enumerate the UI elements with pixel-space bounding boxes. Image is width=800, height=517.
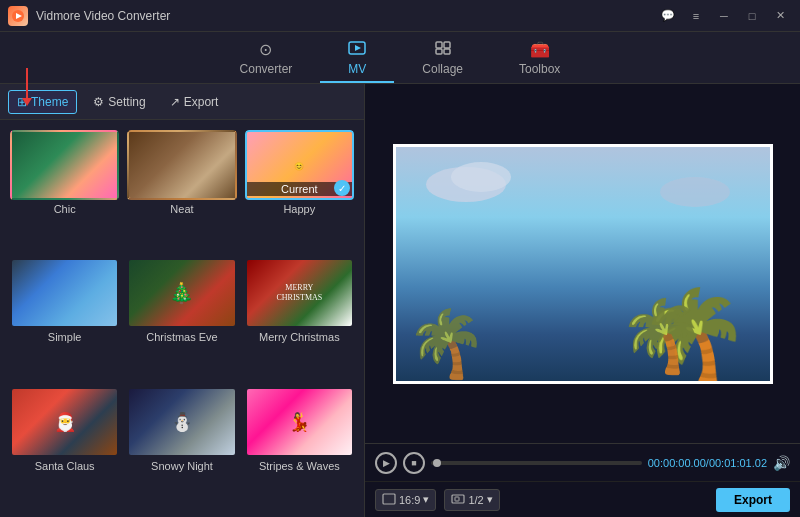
theme-item-chic[interactable]: Chic <box>10 130 119 250</box>
svg-rect-5 <box>444 42 450 48</box>
merry-christmas-text: MERRYCHRISTMAS <box>276 284 322 303</box>
theme-item-snowy-night[interactable]: ⛄ Snowy Night <box>127 387 236 507</box>
theme-label-stripes-waves: Stripes & Waves <box>259 460 340 472</box>
tab-converter-label: Converter <box>240 62 293 76</box>
close-button[interactable]: ✕ <box>768 7 792 25</box>
theme-item-stripes-waves[interactable]: 💃 Stripes & Waves <box>245 387 354 507</box>
player-bottom: 16:9 ▾ 1/2 ▾ Export <box>365 481 800 517</box>
video-content: 🌴 🌴 🌴 <box>396 147 770 381</box>
svg-rect-10 <box>455 497 459 501</box>
theme-label-chic: Chic <box>54 203 76 215</box>
theme-thumb-simple <box>10 258 119 328</box>
collage-icon <box>435 41 451 59</box>
left-panel: ⊞ Theme ⚙ Setting ↗ Export Chic <box>0 84 365 517</box>
resolution-icon <box>451 492 465 508</box>
resolution-value: 1/2 <box>468 494 483 506</box>
theme-label: Theme <box>31 95 68 109</box>
tab-converter[interactable]: ⊙ Converter <box>212 35 321 83</box>
svg-marker-3 <box>355 45 361 51</box>
volume-button[interactable]: 🔊 <box>773 455 790 471</box>
setting-label: Setting <box>108 95 145 109</box>
tab-collage[interactable]: Collage <box>394 35 491 83</box>
theme-item-happy[interactable]: 😊 Current ✓ Happy <box>245 130 354 250</box>
tab-mv[interactable]: MV <box>320 35 394 83</box>
window-controls: 💬 ≡ ─ □ ✕ <box>656 7 792 25</box>
mv-icon <box>348 41 366 59</box>
toolbox-icon: 🧰 <box>530 40 550 59</box>
theme-label-happy: Happy <box>283 203 315 215</box>
video-preview: 🌴 🌴 🌴 <box>365 84 800 443</box>
svg-rect-6 <box>436 49 442 54</box>
theme-thumb-christmas-eve: 🎄 <box>127 258 236 328</box>
player-controls: ▶ ■ 00:00:00.00/00:01:01.02 🔊 <box>365 443 800 481</box>
video-frame: 🌴 🌴 🌴 <box>393 144 773 384</box>
theme-thumb-stripes-waves: 💃 <box>245 387 354 457</box>
maximize-button[interactable]: □ <box>740 7 764 25</box>
tab-toolbox[interactable]: 🧰 Toolbox <box>491 35 588 83</box>
tab-mv-label: MV <box>348 62 366 76</box>
progress-bar[interactable] <box>431 461 642 465</box>
stop-button[interactable]: ■ <box>403 452 425 474</box>
theme-item-neat[interactable]: Neat <box>127 130 236 250</box>
theme-thumb-chic <box>10 130 119 200</box>
theme-thumb-snowy-night: ⛄ <box>127 387 236 457</box>
export-tab[interactable]: ↗ Export <box>162 91 227 113</box>
theme-label-neat: Neat <box>170 203 193 215</box>
nav-tabs: ⊙ Converter MV Collage 🧰 Toolbox <box>0 32 800 84</box>
theme-grid: Chic Neat 😊 Current ✓ Hap <box>0 120 364 517</box>
progress-thumb <box>433 459 441 467</box>
tab-collage-label: Collage <box>422 62 463 76</box>
time-display: 00:00:00.00/00:01:01.02 <box>648 457 767 469</box>
theme-label-snowy-night: Snowy Night <box>151 460 213 472</box>
theme-label-merry-christmas: Merry Christmas <box>259 331 340 343</box>
theme-item-simple[interactable]: Simple <box>10 258 119 378</box>
converter-icon: ⊙ <box>259 40 272 59</box>
theme-item-santa-claus[interactable]: 🎅 Santa Claus <box>10 387 119 507</box>
theme-thumb-neat <box>127 130 236 200</box>
svg-rect-4 <box>436 42 442 48</box>
setting-icon: ⚙ <box>93 95 104 109</box>
export-button[interactable]: Export <box>716 488 790 512</box>
theme-tab[interactable]: ⊞ Theme <box>8 90 77 114</box>
svg-rect-9 <box>452 495 464 503</box>
right-panel: 🌴 🌴 🌴 ▶ ■ 00:00:00.00/00:01:01.02 🔊 <box>365 84 800 517</box>
tab-toolbox-label: Toolbox <box>519 62 560 76</box>
menu-button[interactable]: ≡ <box>684 7 708 25</box>
messages-button[interactable]: 💬 <box>656 7 680 25</box>
app-logo <box>8 6 28 26</box>
theme-label-simple: Simple <box>48 331 82 343</box>
aspect-ratio-select[interactable]: 16:9 ▾ <box>375 489 436 511</box>
main-layout: ⊞ Theme ⚙ Setting ↗ Export Chic <box>0 84 800 517</box>
aspect-ratio-value: 16:9 <box>399 494 420 506</box>
theme-label-christmas-eve: Christmas Eve <box>146 331 218 343</box>
theme-thumb-merry-christmas: MERRYCHRISTMAS <box>245 258 354 328</box>
red-indicator <box>22 68 32 106</box>
theme-item-christmas-eve[interactable]: 🎄 Christmas Eve <box>127 258 236 378</box>
aspect-ratio-icon <box>382 492 396 508</box>
minimize-button[interactable]: ─ <box>712 7 736 25</box>
export-label: Export <box>184 95 219 109</box>
resolution-select[interactable]: 1/2 ▾ <box>444 489 499 511</box>
app-title: Vidmore Video Converter <box>36 9 656 23</box>
left-toolbar: ⊞ Theme ⚙ Setting ↗ Export <box>0 84 364 120</box>
theme-thumb-happy: 😊 Current ✓ <box>245 130 354 200</box>
svg-rect-7 <box>444 49 450 54</box>
theme-label-santa-claus: Santa Claus <box>35 460 95 472</box>
titlebar: Vidmore Video Converter 💬 ≡ ─ □ ✕ <box>0 0 800 32</box>
theme-check-happy: ✓ <box>334 180 350 196</box>
setting-tab[interactable]: ⚙ Setting <box>85 91 153 113</box>
resolution-chevron: ▾ <box>487 493 493 506</box>
aspect-ratio-chevron: ▾ <box>423 493 429 506</box>
play-button[interactable]: ▶ <box>375 452 397 474</box>
theme-item-merry-christmas[interactable]: MERRYCHRISTMAS Merry Christmas <box>245 258 354 378</box>
export-icon: ↗ <box>170 95 180 109</box>
theme-thumb-santa-claus: 🎅 <box>10 387 119 457</box>
svg-rect-8 <box>383 494 395 504</box>
